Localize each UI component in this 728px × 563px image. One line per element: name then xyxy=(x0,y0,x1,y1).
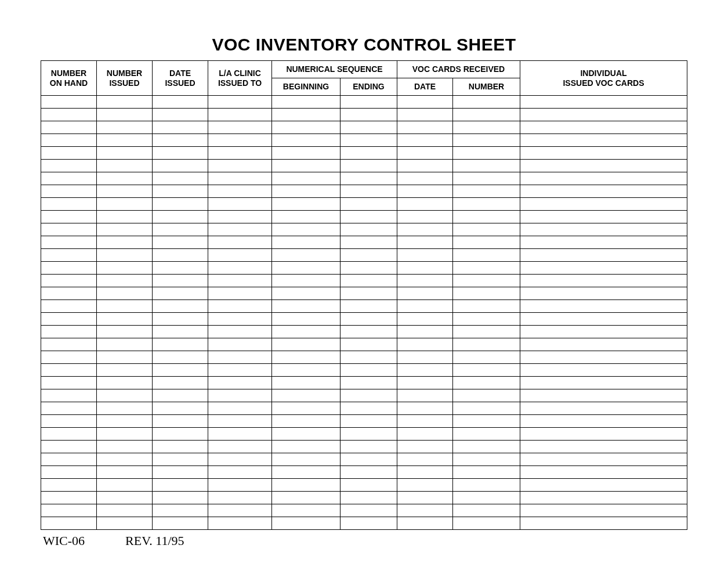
table-row xyxy=(41,275,687,287)
table-cell xyxy=(453,377,520,389)
table-cell xyxy=(208,453,272,466)
table-cell xyxy=(97,109,153,121)
table-row xyxy=(41,402,687,415)
table-cell xyxy=(208,313,272,326)
table-cell xyxy=(153,364,208,377)
table-cell xyxy=(153,96,208,109)
table-cell xyxy=(41,249,97,262)
table-cell xyxy=(41,134,97,147)
table-row xyxy=(41,147,687,160)
table-cell xyxy=(97,504,153,517)
table-cell xyxy=(341,300,397,313)
table-cell xyxy=(208,249,272,262)
table-cell xyxy=(341,185,397,198)
table-cell xyxy=(341,160,397,172)
table-cell xyxy=(41,198,97,211)
table-cell xyxy=(272,172,341,185)
table-cell xyxy=(341,338,397,351)
table-cell xyxy=(341,211,397,223)
table-cell xyxy=(97,134,153,147)
table-cell xyxy=(41,415,97,428)
table-cell xyxy=(341,415,397,428)
table-cell xyxy=(272,326,341,338)
table-cell xyxy=(272,338,341,351)
table-cell xyxy=(208,236,272,249)
table-cell xyxy=(520,287,687,300)
table-cell xyxy=(97,121,153,134)
table-row xyxy=(41,223,687,236)
table-cell xyxy=(341,147,397,160)
table-cell xyxy=(520,172,687,185)
table-cell xyxy=(453,364,520,377)
table-cell xyxy=(453,236,520,249)
table-cell xyxy=(520,377,687,389)
table-cell xyxy=(208,211,272,223)
table-row xyxy=(41,326,687,338)
table-cell xyxy=(520,338,687,351)
table-row xyxy=(41,313,687,326)
table-cell xyxy=(272,185,341,198)
table-cell xyxy=(520,147,687,160)
table-row xyxy=(41,453,687,466)
table-row xyxy=(41,517,687,530)
table-cell xyxy=(41,466,97,479)
table-cell xyxy=(272,300,341,313)
table-cell xyxy=(341,389,397,402)
table-header: NUMBERON HAND NUMBERISSUED DATEISSUED L/… xyxy=(41,61,687,96)
table-cell xyxy=(97,147,153,160)
table-cell xyxy=(397,134,453,147)
table-cell xyxy=(341,249,397,262)
table-cell xyxy=(41,504,97,517)
table-cell xyxy=(397,172,453,185)
table-cell xyxy=(520,517,687,530)
table-cell xyxy=(453,479,520,492)
table-cell xyxy=(272,96,341,109)
table-cell xyxy=(397,121,453,134)
table-cell xyxy=(453,428,520,441)
table-cell xyxy=(520,364,687,377)
table-cell xyxy=(208,287,272,300)
form-revision: REV. 11/95 xyxy=(125,533,184,548)
table-cell xyxy=(397,236,453,249)
table-cell xyxy=(208,479,272,492)
table-cell xyxy=(272,223,341,236)
table-cell xyxy=(208,223,272,236)
table-cell xyxy=(341,262,397,275)
table-cell xyxy=(153,172,208,185)
table-cell xyxy=(520,351,687,364)
table-row xyxy=(41,134,687,147)
table-cell xyxy=(208,134,272,147)
table-cell xyxy=(97,275,153,287)
form-id: WIC-06 xyxy=(43,533,85,548)
table-cell xyxy=(272,287,341,300)
table-cell xyxy=(520,504,687,517)
table-row xyxy=(41,364,687,377)
table-cell xyxy=(520,262,687,275)
table-cell xyxy=(41,377,97,389)
table-cell xyxy=(520,492,687,504)
table-cell xyxy=(41,441,97,453)
table-row xyxy=(41,172,687,185)
table-cell xyxy=(453,517,520,530)
table-cell xyxy=(453,313,520,326)
table-cell xyxy=(453,492,520,504)
table-cell xyxy=(397,428,453,441)
table-row xyxy=(41,492,687,504)
table-cell xyxy=(272,415,341,428)
table-cell xyxy=(341,517,397,530)
table-cell xyxy=(341,121,397,134)
table-cell xyxy=(208,441,272,453)
table-cell xyxy=(41,351,97,364)
table-cell xyxy=(453,300,520,313)
header-received-date: DATE xyxy=(397,78,453,96)
table-cell xyxy=(208,504,272,517)
table-cell xyxy=(208,160,272,172)
table-cell xyxy=(397,287,453,300)
table-cell xyxy=(41,121,97,134)
table-cell xyxy=(208,492,272,504)
table-cell xyxy=(397,415,453,428)
table-cell xyxy=(272,134,341,147)
table-cell xyxy=(41,389,97,402)
table-cell xyxy=(208,364,272,377)
table-cell xyxy=(208,147,272,160)
